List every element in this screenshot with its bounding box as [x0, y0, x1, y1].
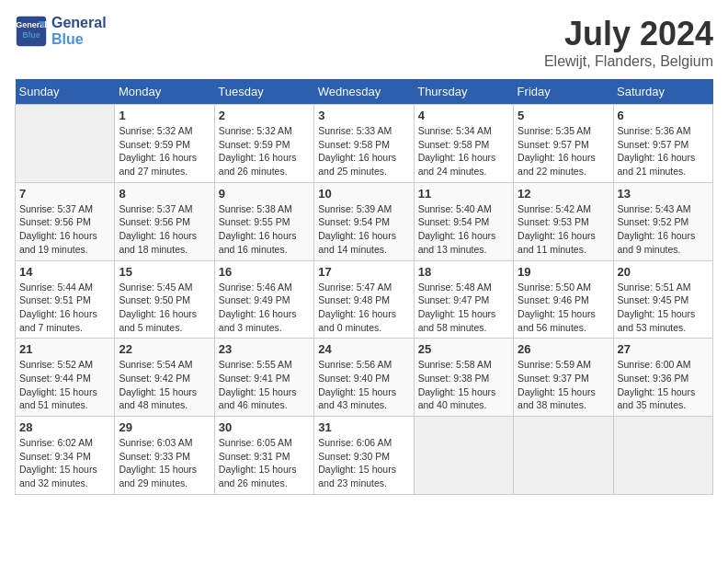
day-info: Sunrise: 5:47 AMSunset: 9:48 PMDaylight:… — [318, 281, 409, 335]
day-number: 4 — [418, 109, 509, 122]
day-number: 2 — [219, 109, 310, 122]
calendar-cell: 7 Sunrise: 5:37 AMSunset: 9:56 PMDayligh… — [16, 182, 115, 260]
month-year: July 2024 — [544, 15, 713, 53]
day-info: Sunrise: 5:52 AMSunset: 9:44 PMDaylight:… — [19, 358, 110, 412]
calendar-cell: 8 Sunrise: 5:37 AMSunset: 9:56 PMDayligh… — [115, 182, 214, 260]
day-info: Sunrise: 5:34 AMSunset: 9:58 PMDaylight:… — [418, 124, 509, 178]
day-header-thursday: Thursday — [414, 79, 513, 105]
calendar-cell: 20 Sunrise: 5:51 AMSunset: 9:45 PMDaylig… — [613, 260, 712, 339]
svg-text:Blue: Blue — [22, 30, 40, 40]
calendar-cell — [613, 417, 712, 495]
calendar-header: SundayMondayTuesdayWednesdayThursdayFrid… — [16, 79, 713, 105]
calendar-cell — [514, 417, 613, 495]
calendar-cell: 13 Sunrise: 5:43 AMSunset: 9:52 PMDaylig… — [613, 182, 712, 260]
location: Elewijt, Flanders, Belgium — [544, 53, 713, 70]
calendar-cell: 24 Sunrise: 5:56 AMSunset: 9:40 PMDaylig… — [314, 339, 414, 417]
logo-line2: Blue — [51, 31, 84, 47]
calendar-cell: 1 Sunrise: 5:32 AMSunset: 9:59 PMDayligh… — [115, 105, 214, 183]
calendar-cell: 30 Sunrise: 6:05 AMSunset: 9:31 PMDaylig… — [214, 417, 313, 495]
day-info: Sunrise: 5:38 AMSunset: 9:55 PMDaylight:… — [219, 202, 310, 257]
day-info: Sunrise: 5:40 AMSunset: 9:54 PMDaylight:… — [418, 202, 509, 257]
page-header: General Blue General Blue July 2024 Elew… — [15, 15, 713, 70]
day-info: Sunrise: 5:55 AMSunset: 9:41 PMDaylight:… — [219, 358, 310, 412]
day-info: Sunrise: 5:56 AMSunset: 9:40 PMDaylight:… — [318, 358, 409, 412]
calendar-cell: 18 Sunrise: 5:48 AMSunset: 9:47 PMDaylig… — [414, 260, 513, 339]
day-header-friday: Friday — [514, 79, 613, 105]
day-number: 30 — [219, 420, 310, 434]
logo-line1: General — [51, 15, 107, 30]
day-info: Sunrise: 5:48 AMSunset: 9:47 PMDaylight:… — [418, 281, 509, 335]
day-number: 27 — [618, 342, 709, 356]
day-number: 17 — [318, 265, 409, 279]
day-info: Sunrise: 6:03 AMSunset: 9:33 PMDaylight:… — [119, 436, 210, 490]
day-number: 25 — [418, 342, 509, 356]
day-number: 1 — [119, 109, 210, 122]
day-number: 6 — [618, 109, 709, 122]
calendar-cell: 6 Sunrise: 5:36 AMSunset: 9:57 PMDayligh… — [613, 105, 712, 183]
day-number: 5 — [518, 109, 609, 122]
calendar-cell: 12 Sunrise: 5:42 AMSunset: 9:53 PMDaylig… — [514, 182, 613, 260]
day-number: 3 — [318, 109, 409, 122]
calendar-cell: 15 Sunrise: 5:45 AMSunset: 9:50 PMDaylig… — [115, 260, 214, 339]
day-info: Sunrise: 5:32 AMSunset: 9:59 PMDaylight:… — [119, 124, 210, 178]
day-number: 18 — [418, 265, 509, 279]
day-info: Sunrise: 6:06 AMSunset: 9:30 PMDaylight:… — [318, 436, 409, 490]
calendar-cell: 17 Sunrise: 5:47 AMSunset: 9:48 PMDaylig… — [314, 260, 414, 339]
calendar-cell: 31 Sunrise: 6:06 AMSunset: 9:30 PMDaylig… — [314, 417, 414, 495]
day-number: 26 — [518, 342, 609, 356]
day-number: 7 — [19, 187, 110, 201]
day-header-tuesday: Tuesday — [214, 79, 313, 105]
day-number: 14 — [19, 265, 110, 279]
day-number: 21 — [19, 342, 110, 356]
calendar-cell: 2 Sunrise: 5:32 AMSunset: 9:59 PMDayligh… — [214, 105, 313, 183]
calendar-cell: 19 Sunrise: 5:50 AMSunset: 9:46 PMDaylig… — [514, 260, 613, 339]
day-number: 23 — [219, 342, 310, 356]
calendar-cell: 16 Sunrise: 5:46 AMSunset: 9:49 PMDaylig… — [214, 260, 313, 339]
header-row: SundayMondayTuesdayWednesdayThursdayFrid… — [16, 79, 713, 105]
calendar-cell: 11 Sunrise: 5:40 AMSunset: 9:54 PMDaylig… — [414, 182, 513, 260]
title-block: July 2024 Elewijt, Flanders, Belgium — [544, 15, 713, 70]
day-info: Sunrise: 5:37 AMSunset: 9:56 PMDaylight:… — [19, 202, 110, 257]
calendar-cell: 29 Sunrise: 6:03 AMSunset: 9:33 PMDaylig… — [115, 417, 214, 495]
calendar-cell: 10 Sunrise: 5:39 AMSunset: 9:54 PMDaylig… — [314, 182, 414, 260]
day-number: 8 — [119, 187, 210, 201]
calendar-cell — [414, 417, 513, 495]
day-info: Sunrise: 5:43 AMSunset: 9:52 PMDaylight:… — [618, 202, 709, 257]
calendar-cell: 9 Sunrise: 5:38 AMSunset: 9:55 PMDayligh… — [214, 182, 313, 260]
day-info: Sunrise: 6:05 AMSunset: 9:31 PMDaylight:… — [219, 436, 310, 490]
day-header-sunday: Sunday — [16, 79, 115, 105]
day-info: Sunrise: 6:02 AMSunset: 9:34 PMDaylight:… — [19, 436, 110, 490]
logo-icon: General Blue — [15, 15, 48, 48]
day-info: Sunrise: 5:59 AMSunset: 9:37 PMDaylight:… — [518, 358, 609, 412]
calendar-cell: 27 Sunrise: 6:00 AMSunset: 9:36 PMDaylig… — [613, 339, 712, 417]
day-info: Sunrise: 5:50 AMSunset: 9:46 PMDaylight:… — [518, 281, 609, 335]
day-info: Sunrise: 5:33 AMSunset: 9:58 PMDaylight:… — [318, 124, 409, 178]
day-number: 20 — [618, 265, 709, 279]
day-info: Sunrise: 5:35 AMSunset: 9:57 PMDaylight:… — [518, 124, 609, 178]
calendar-body: 1 Sunrise: 5:32 AMSunset: 9:59 PMDayligh… — [16, 105, 713, 495]
day-header-saturday: Saturday — [613, 79, 712, 105]
calendar-cell: 28 Sunrise: 6:02 AMSunset: 9:34 PMDaylig… — [16, 417, 115, 495]
week-row-2: 7 Sunrise: 5:37 AMSunset: 9:56 PMDayligh… — [16, 182, 713, 260]
calendar-cell: 4 Sunrise: 5:34 AMSunset: 9:58 PMDayligh… — [414, 105, 513, 183]
calendar-cell: 3 Sunrise: 5:33 AMSunset: 9:58 PMDayligh… — [314, 105, 414, 183]
calendar-cell: 22 Sunrise: 5:54 AMSunset: 9:42 PMDaylig… — [115, 339, 214, 417]
calendar-cell: 23 Sunrise: 5:55 AMSunset: 9:41 PMDaylig… — [214, 339, 313, 417]
day-info: Sunrise: 5:42 AMSunset: 9:53 PMDaylight:… — [518, 202, 609, 257]
day-info: Sunrise: 5:58 AMSunset: 9:38 PMDaylight:… — [418, 358, 509, 412]
day-number: 28 — [19, 420, 110, 434]
calendar-cell: 25 Sunrise: 5:58 AMSunset: 9:38 PMDaylig… — [414, 339, 513, 417]
day-number: 11 — [418, 187, 509, 201]
day-info: Sunrise: 5:45 AMSunset: 9:50 PMDaylight:… — [119, 281, 210, 335]
week-row-5: 28 Sunrise: 6:02 AMSunset: 9:34 PMDaylig… — [16, 417, 713, 495]
calendar-cell: 21 Sunrise: 5:52 AMSunset: 9:44 PMDaylig… — [16, 339, 115, 417]
day-number: 22 — [119, 342, 210, 356]
week-row-1: 1 Sunrise: 5:32 AMSunset: 9:59 PMDayligh… — [16, 105, 713, 183]
day-info: Sunrise: 5:36 AMSunset: 9:57 PMDaylight:… — [618, 124, 709, 178]
day-number: 12 — [518, 187, 609, 201]
logo: General Blue General Blue — [15, 15, 107, 48]
day-info: Sunrise: 5:46 AMSunset: 9:49 PMDaylight:… — [219, 281, 310, 335]
day-info: Sunrise: 5:37 AMSunset: 9:56 PMDaylight:… — [119, 202, 210, 257]
week-row-4: 21 Sunrise: 5:52 AMSunset: 9:44 PMDaylig… — [16, 339, 713, 417]
day-number: 29 — [119, 420, 210, 434]
